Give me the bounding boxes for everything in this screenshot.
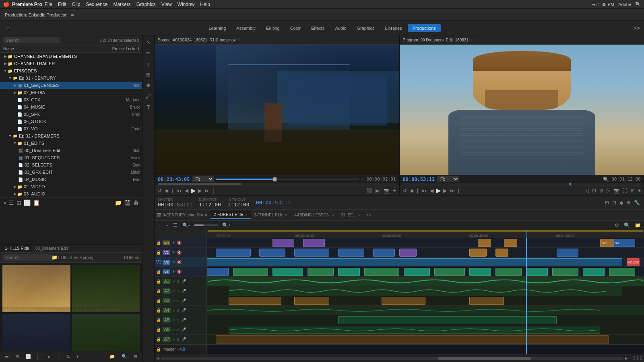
tree-item-04-music-2[interactable]: 📄 04_MUSIC Ivan — [0, 176, 142, 183]
nav-more-button[interactable]: >> — [634, 25, 640, 31]
track-mic-icon-a7[interactable]: 🎤 — [181, 337, 186, 341]
program-add-btn[interactable]: + — [637, 187, 642, 194]
add-folder-btn[interactable]: 📁 — [108, 353, 117, 360]
zoom-slider[interactable]: ─●─ — [43, 354, 55, 360]
seq-tab-riding-lesson[interactable]: 4-RIDING LESSON ✕ — [291, 211, 337, 219]
clip-v1b-main[interactable] — [207, 258, 622, 266]
seq-tab-close-icon-3[interactable]: ✕ — [331, 213, 334, 217]
clip-v1-3[interactable] — [272, 268, 303, 276]
marker-icon[interactable]: ◆ — [619, 199, 624, 206]
selection-tool-btn[interactable]: ↖ — [145, 38, 152, 46]
clip-v1-6[interactable] — [364, 268, 399, 276]
thumbnail-item[interactable]: C048_C009_01018D_001.mp4 — [2, 265, 70, 312]
tree-item-06-stock[interactable]: 📄 06_STOCK — [0, 118, 142, 125]
menu-graphics[interactable]: Graphics — [136, 2, 156, 7]
source-fwd-frame-btn[interactable]: ▶ — [197, 187, 202, 194]
seq-tab-close-icon[interactable]: ✕ — [245, 213, 248, 217]
track-m-a1[interactable]: M — [172, 280, 175, 284]
tree-item-03-gfx[interactable]: 📄 03_GFX Marjorie — [0, 96, 142, 103]
project-search-input[interactable] — [3, 37, 60, 43]
track-lane-a5[interactable] — [207, 315, 644, 325]
timeline-zoom-slider[interactable] — [194, 224, 218, 226]
source-in-btn[interactable]: { — [171, 187, 174, 194]
timeline-scrollbar[interactable] — [161, 357, 623, 360]
tree-item-02-video[interactable]: ▶ 📁 02_VIDEO — [0, 183, 142, 190]
program-export-btn[interactable]: 📷 — [613, 187, 620, 194]
tree-item-02-media[interactable]: ▶ 📁 02_MEDIA — [0, 89, 142, 96]
audio-clip-a3-4[interactable] — [469, 297, 504, 305]
track-lock-icon-a3[interactable]: 🔒 — [156, 298, 161, 303]
track-lock-icon[interactable]: 🔒 — [156, 241, 161, 245]
clip-v2-3[interactable] — [294, 249, 329, 257]
source-back-frame-btn[interactable]: ◀ — [184, 187, 189, 194]
program-loop-btn[interactable]: ↺ — [402, 187, 408, 194]
program-in-btn[interactable]: { — [416, 187, 419, 194]
source-add-btn[interactable]: + — [392, 187, 396, 194]
source-progress-bar[interactable] — [216, 179, 359, 180]
clip-v1-4[interactable] — [308, 268, 334, 276]
hamburger-menu-icon[interactable]: ≡ — [71, 12, 74, 18]
track-mic-icon-a2[interactable]: 🎤 — [181, 289, 186, 293]
clip-v2-2[interactable] — [259, 249, 285, 257]
program-trim-fwd-btn[interactable]: ▷ — [606, 187, 611, 194]
track-eye-icon-v1b[interactable]: 👁 — [172, 260, 176, 264]
home-button[interactable]: ⌂ — [4, 23, 11, 33]
program-zoom-icon[interactable]: 🔍 — [603, 177, 609, 182]
bin-tab-hills-ride[interactable]: 1-HILLS Ride — [2, 245, 32, 252]
program-marker-btn[interactable]: ◆ — [409, 187, 415, 194]
tree-item-02-selects[interactable]: 📄 02_SELECTS Dan — [0, 161, 142, 169]
track-lock-icon-a6[interactable]: 🔒 — [156, 327, 161, 332]
track-s-a3[interactable]: S — [177, 299, 180, 303]
program-fwd-frame-btn[interactable]: ▶ — [442, 187, 448, 194]
timeline-folder-btn[interactable]: 📁 — [634, 222, 642, 229]
tab-libraries[interactable]: Libraries — [380, 24, 407, 32]
track-lock-icon-a2[interactable]: 🔒 — [156, 289, 161, 293]
metadata-icon[interactable]: 📋 — [33, 200, 40, 206]
clip-v1-9[interactable] — [469, 268, 491, 276]
seq-tab-tunnel-ride[interactable]: 3-TUNNEL Ride ✕ — [251, 211, 291, 219]
type-tool-btn[interactable]: T — [146, 103, 151, 111]
seq-tab-close-icon-4[interactable]: ✕ — [358, 213, 361, 217]
icon-view-btn[interactable]: ⊞ — [14, 353, 21, 360]
clip-v3-1[interactable] — [272, 239, 294, 247]
track-m-a3[interactable]: M — [172, 299, 175, 303]
timeline-settings-btn[interactable]: ⚙ — [614, 222, 620, 229]
tree-item-01-sequences[interactable]: ▶ ▦ 01_SEQUENCES Matt — [0, 82, 142, 89]
track-s-a4[interactable]: S — [177, 309, 180, 313]
delete-icon[interactable]: 🗑 — [133, 200, 139, 206]
source-out-btn[interactable]: } — [212, 187, 215, 194]
tree-item-01-sequences-2[interactable]: ▦ 01_SEQUENCES Vivek — [0, 154, 142, 161]
settings-icon[interactable]: ⚙ — [625, 199, 632, 206]
source-overwrite-btn[interactable]: ⬛ — [365, 187, 373, 194]
tree-item-episodes[interactable]: ▼ 📁 EPISODES — [0, 67, 142, 74]
program-extract-btn[interactable]: ⊠ — [599, 187, 604, 194]
program-out-btn[interactable]: } — [457, 187, 460, 194]
track-lane-a6[interactable] — [207, 325, 644, 335]
metadata-btn[interactable]: ⊟ — [132, 353, 139, 360]
track-target-v1[interactable]: V1 — [156, 260, 161, 264]
track-lock-icon-v2[interactable]: 🔒 — [156, 250, 161, 255]
seq-tabs-more-icon[interactable]: >> — [366, 212, 372, 218]
tab-productions[interactable]: Productions — [408, 24, 441, 32]
track-lane-a3[interactable] — [207, 296, 644, 306]
list-view-btn[interactable]: ☰ — [3, 353, 10, 360]
tree-item-channel-trailer[interactable]: ▶ 📁 CHANNEL TRAILER — [0, 60, 142, 67]
clip-v2-6[interactable] — [399, 249, 417, 257]
tab-editing[interactable]: Editing — [261, 24, 285, 32]
tree-item-04-music[interactable]: 📄 04_MUSIC Bruce — [0, 103, 142, 111]
pen-tool-btn[interactable]: 🖊 — [144, 92, 152, 101]
audio-clip-a6-main[interactable] — [229, 326, 600, 334]
program-lift-btn[interactable]: ⊡ — [591, 187, 597, 194]
track-lock-icon-a1[interactable]: 🔒 — [156, 279, 161, 284]
track-lock-icon-a4[interactable]: 🔒 — [156, 308, 161, 313]
program-monitor-menu-icon[interactable]: ≡ — [470, 37, 473, 43]
clip-v1-14[interactable] — [609, 268, 635, 276]
track-mic-icon-a4[interactable]: 🎤 — [181, 308, 186, 313]
tab-assembly[interactable]: Assembly — [231, 24, 260, 32]
clip-v1-13[interactable] — [583, 268, 605, 276]
source-fit-select[interactable]: Fit25%50%100% — [192, 176, 214, 182]
track-lane-a4[interactable] — [207, 306, 644, 315]
subtract-track-btn[interactable]: − — [165, 222, 169, 229]
icon-view-icon[interactable]: ⊞ — [17, 200, 21, 206]
clip-v3-4[interactable] — [504, 239, 517, 247]
